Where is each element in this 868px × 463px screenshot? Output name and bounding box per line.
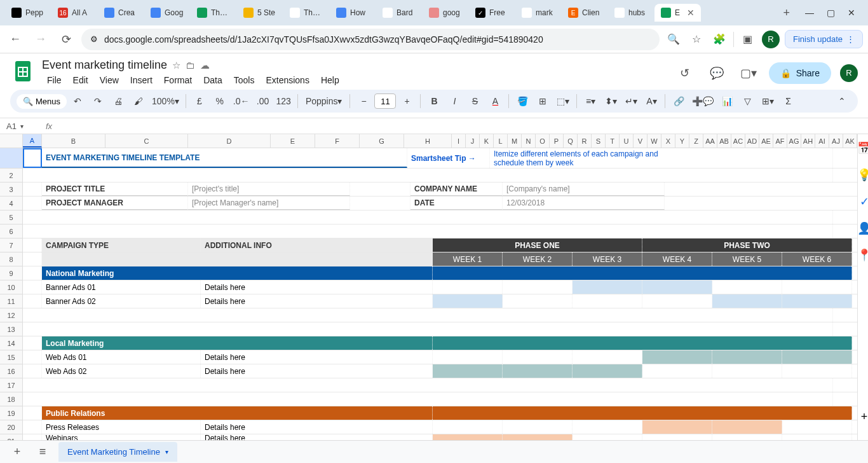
history-icon[interactable]: ↺ (674, 62, 696, 85)
sheets-logo[interactable] (10, 59, 36, 84)
sheet-grid[interactable]: EVENT MARKETING TIMELINE TEMPLATESmartsh… (23, 148, 857, 462)
borders-button[interactable]: ⊞ (533, 92, 552, 111)
contacts-icon[interactable]: 👤 (858, 222, 868, 235)
row-header[interactable]: 7 (0, 238, 23, 252)
close-window-button[interactable]: ✕ (848, 8, 855, 18)
decrease-decimal-button[interactable]: .0← (231, 92, 252, 111)
extensions-icon[interactable]: 🧩 (710, 31, 728, 48)
browser-tab[interactable]: Crea (98, 4, 144, 22)
col-header-C[interactable]: C (105, 134, 188, 148)
percent-button[interactable]: % (210, 92, 229, 111)
share-button[interactable]: 🔒 Share (769, 62, 831, 84)
italic-button[interactable]: I (445, 92, 464, 111)
menu-edit[interactable]: Edit (68, 73, 93, 87)
col-header-T[interactable]: T (606, 134, 620, 148)
row-header[interactable]: 5 (0, 211, 23, 225)
browser-tab[interactable]: 16All A (51, 4, 98, 22)
col-header-AJ[interactable]: AJ (829, 134, 843, 148)
company-value[interactable]: [Company's name] (503, 183, 665, 196)
fillcolor-button[interactable]: 🪣 (513, 92, 532, 111)
chart-button[interactable]: 📊 (717, 92, 736, 111)
format-123-button[interactable]: 123 (274, 92, 294, 111)
menu-help[interactable]: Help (316, 73, 344, 87)
cell-a1[interactable] (23, 148, 42, 168)
col-header-P[interactable]: P (550, 134, 564, 148)
col-header-AG[interactable]: AG (787, 134, 801, 148)
calendar-icon[interactable]: 📅 (858, 142, 868, 155)
browser-tab[interactable]: How (330, 4, 376, 22)
col-header-AI[interactable]: AI (815, 134, 829, 148)
row-header[interactable]: 3 (0, 183, 23, 197)
browser-tab[interactable]: ✓Free (469, 4, 515, 22)
paint-format-button[interactable]: 🖌 (129, 92, 148, 111)
row-header[interactable]: 18 (0, 392, 23, 406)
row-header[interactable]: 2 (0, 169, 23, 183)
increase-fontsize-button[interactable]: + (397, 92, 416, 111)
row-header[interactable]: 9 (0, 266, 23, 280)
browser-tab[interactable]: 5 Ste (237, 4, 283, 22)
col-header-AD[interactable]: AD (745, 134, 759, 148)
comments-icon[interactable]: 💬 (705, 62, 728, 85)
col-header-N[interactable]: N (522, 134, 536, 148)
col-header-G[interactable]: G (360, 134, 404, 148)
col-header-AF[interactable]: AF (773, 134, 787, 148)
project-title-value[interactable]: [Project's title] (188, 183, 350, 196)
browser-tab[interactable]: Pepp (5, 4, 51, 22)
meet-icon[interactable]: ▢▾ (737, 62, 760, 85)
col-header-AA[interactable]: AA (703, 134, 717, 148)
browser-tab[interactable]: Gmark (515, 4, 562, 22)
col-header-D[interactable]: D (188, 134, 271, 148)
col-header-K[interactable]: K (480, 134, 494, 148)
menu-view[interactable]: View (95, 73, 124, 87)
menu-file[interactable]: File (42, 73, 67, 87)
merge-button[interactable]: ⬚▾ (553, 92, 573, 111)
col-header-AK[interactable]: AK (843, 134, 857, 148)
menu-insert[interactable]: Insert (125, 73, 158, 87)
select-all-corner[interactable] (0, 134, 23, 148)
col-header-AE[interactable]: AE (759, 134, 773, 148)
name-box[interactable]: A1 ▾ (6, 121, 39, 131)
row-header[interactable]: 19 (0, 406, 23, 420)
zoom-icon[interactable]: 🔍 (665, 31, 682, 48)
increase-decimal-button[interactable]: .00 (254, 92, 273, 111)
col-header-L[interactable]: L (494, 134, 508, 148)
row-header[interactable]: 8 (0, 252, 23, 266)
rotate-button[interactable]: A▾ (642, 92, 661, 111)
profile-avatar[interactable]: R (762, 31, 780, 48)
col-header-B[interactable]: B (42, 134, 105, 148)
browser-tab[interactable]: Goog (144, 4, 191, 22)
maximize-button[interactable]: ▢ (827, 8, 835, 18)
cloud-icon[interactable]: ☁ (200, 60, 210, 71)
col-header-AH[interactable]: AH (801, 134, 815, 148)
col-header-AB[interactable]: AB (717, 134, 731, 148)
col-header-V[interactable]: V (634, 134, 648, 148)
bookmark-icon[interactable]: ☆ (688, 31, 705, 48)
all-sheets-button[interactable]: ≡ (33, 443, 52, 462)
browser-tab[interactable]: Ghubs (608, 4, 654, 22)
col-header-M[interactable]: M (508, 134, 522, 148)
currency-button[interactable]: £ (190, 92, 209, 111)
font-select[interactable]: Poppins ▾ (302, 92, 346, 111)
bold-button[interactable]: B (424, 92, 444, 111)
row-header[interactable]: 20 (0, 420, 23, 434)
minimize-button[interactable]: — (805, 8, 814, 18)
col-header-J[interactable]: J (466, 134, 480, 148)
move-icon[interactable]: 🗀 (186, 60, 195, 71)
row-header[interactable]: 6 (0, 225, 23, 238)
row-header[interactable]: 16 (0, 364, 23, 378)
sheet-tab-active[interactable]: Event Marketing Timeline▾ (58, 442, 177, 462)
add-sidepanel-icon[interactable]: + (858, 410, 868, 423)
valign-button[interactable]: ⬍▾ (601, 92, 620, 111)
zoom-select[interactable]: 100% ▾ (149, 92, 182, 111)
col-header-E[interactable]: E (271, 134, 315, 148)
redo-button[interactable]: ↷ (88, 92, 107, 111)
browser-tab[interactable]: The T (283, 4, 330, 22)
pm-value[interactable]: [Project Manager's name] (188, 197, 350, 210)
print-button[interactable]: 🖨 (109, 92, 128, 111)
browser-tab[interactable]: EClien (562, 4, 608, 22)
wrap-button[interactable]: ↵▾ (621, 92, 641, 111)
col-header-F[interactable]: F (315, 134, 360, 148)
browser-tab[interactable]: goog (423, 4, 469, 22)
fontsize-input[interactable]: 11 (374, 93, 396, 109)
row-header[interactable]: 17 (0, 378, 23, 392)
